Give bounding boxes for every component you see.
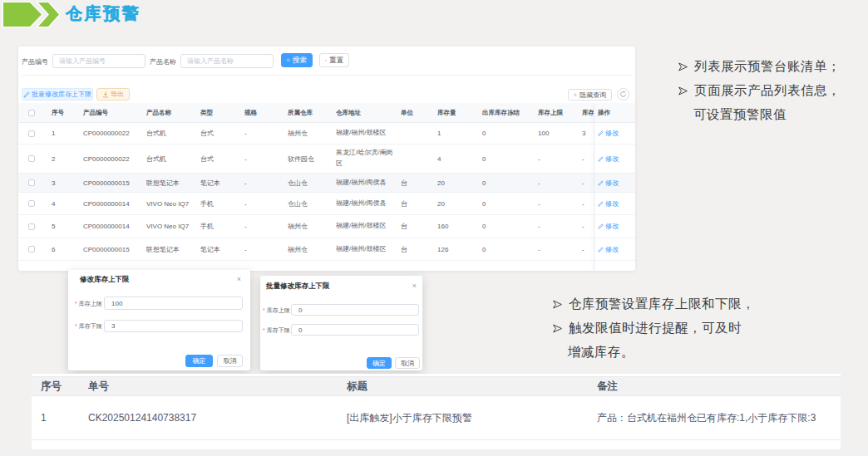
row-checkbox[interactable] — [28, 155, 35, 162]
note-text: 页面展示产品列表信息， — [694, 82, 841, 100]
cell-stock: 20 — [432, 179, 477, 187]
cell-stock: 1 — [432, 130, 477, 137]
edit-row-link[interactable]: 修改 — [598, 222, 619, 231]
note-text: 触发限值时进行提醒，可及时 — [569, 320, 742, 337]
batch-edit-limits-button[interactable]: 批量修改库存上下限 — [22, 88, 93, 101]
table-row: 1 CP0000000022 台式机 台式 - 福州仓 福建/福州/鼓楼区 1 … — [18, 123, 635, 145]
note-line: 可设置预警限值 — [678, 103, 841, 127]
cell-address: 福建/福州/鼓楼区 — [331, 128, 396, 139]
cell-address: 福建/福州/鼓楼区 — [331, 221, 396, 232]
confirm-button[interactable]: 确定 — [185, 355, 213, 367]
row-checkbox[interactable] — [28, 200, 35, 207]
cell-upper: - — [534, 200, 577, 208]
cell-frozen: 0 — [477, 246, 534, 253]
cell-upper: - — [534, 246, 577, 253]
product-code-input[interactable] — [52, 54, 145, 68]
row-checkbox[interactable] — [28, 130, 35, 137]
row-select-cell — [18, 179, 43, 187]
row-select-cell — [18, 130, 43, 137]
alert-table-row: 1 CK20250124140738317 [出库触发]小于库存下限预警 产品：… — [32, 396, 841, 440]
note-text: 仓库预警设置库存上限和下限， — [569, 296, 755, 313]
upper-limit-input[interactable] — [291, 304, 419, 316]
cell-spec: - — [241, 223, 284, 230]
required-mark: * — [263, 327, 265, 333]
edit-row-link[interactable]: 修改 — [598, 129, 619, 138]
cancel-button[interactable]: 取消 — [217, 355, 243, 367]
export-button[interactable]: 导出 — [96, 88, 130, 101]
search-icon — [287, 56, 290, 64]
note-line: 触发限值时进行提醒，可及时 — [552, 316, 755, 341]
cell-name: 台式机 — [141, 154, 198, 164]
close-icon[interactable]: × — [412, 282, 417, 290]
cell-seq: 4 — [43, 200, 78, 208]
row-checkbox[interactable] — [28, 179, 35, 186]
cell-lower: - — [577, 200, 594, 208]
cell-name: VIVO Neo IQ7 — [141, 200, 198, 208]
row-checkbox[interactable] — [28, 223, 35, 230]
field-label-text: 库存上限 — [267, 307, 290, 313]
cell-frozen: 0 — [477, 200, 534, 208]
edit-icon — [23, 91, 30, 98]
upper-limit-input[interactable] — [104, 297, 243, 310]
alert-ledger-panel: 序号 单号 标题 备注 1 CK20250124140738317 [出库触发]… — [32, 374, 841, 449]
edit-row-link[interactable]: 修改 — [598, 245, 619, 254]
edit-icon — [598, 201, 604, 207]
cell-name: 联想笔记本 — [141, 245, 198, 254]
select-all-checkbox[interactable] — [28, 110, 35, 116]
cell-upper: 100 — [534, 130, 577, 137]
note-line: 仓库预警设置库存上限和下限， — [552, 292, 755, 316]
cell-stock: 126 — [432, 246, 477, 253]
dialog-title: 批量修改库存上下限 — [266, 282, 330, 292]
cell-seq: 6 — [43, 246, 78, 253]
edit-row-link[interactable]: 修改 — [598, 199, 619, 208]
cancel-button[interactable]: 取消 — [395, 357, 420, 369]
reset-button[interactable]: 重置 — [319, 53, 349, 67]
row-checkbox[interactable] — [28, 246, 35, 253]
cell-warehouse: 软件园仓 — [284, 154, 331, 164]
arrow-bullet-icon — [552, 323, 563, 334]
edit-row-link[interactable]: 修改 — [598, 154, 619, 164]
cell-address: 黑龙江/哈尔滨/南岗区 — [331, 148, 396, 169]
product-code-label: 产品编号 — [22, 57, 48, 66]
col-name: 产品名称 — [141, 109, 198, 117]
search-button[interactable]: 搜索 — [281, 53, 313, 67]
product-list-panel: 产品编号 产品名称 搜索 重置 批量修改库存上下限 导出 隐藏查询 — [18, 47, 635, 271]
cell-frozen: 0 — [477, 179, 534, 187]
close-icon[interactable]: × — [237, 276, 241, 283]
lower-limit-label: *库存下限 — [263, 326, 290, 335]
note-text: 增减库存。 — [568, 344, 634, 361]
lower-limit-input[interactable] — [104, 320, 243, 332]
cell-warehouse: 仓山仓 — [284, 179, 331, 188]
cell-name: 台式机 — [141, 129, 198, 138]
cell-type: 手机 — [198, 222, 241, 231]
confirm-button[interactable]: 确定 — [367, 357, 392, 369]
row-select-cell — [18, 155, 43, 163]
cell-code: CP0000000022 — [78, 130, 141, 137]
note-line: 增减库存。 — [552, 341, 755, 365]
lower-limit-input[interactable] — [291, 324, 419, 336]
col-stock: 库存量 — [432, 109, 477, 117]
edit-icon — [598, 130, 604, 136]
cell-address: 福建/福州/闽侯县 — [331, 199, 396, 209]
required-mark: * — [75, 301, 77, 306]
edit-icon — [598, 223, 604, 229]
product-table-body: 1 CP0000000022 台式机 台式 - 福州仓 福建/福州/鼓楼区 1 … — [18, 123, 635, 261]
col-unit: 单位 — [396, 109, 432, 117]
cell-upper: - — [534, 155, 577, 163]
lower-limit-label: *库存下限 — [75, 322, 102, 331]
product-name-input[interactable] — [180, 54, 274, 68]
col-action: 操作 — [594, 109, 635, 117]
refresh-list-button[interactable] — [617, 88, 629, 101]
col-seq: 序号 — [32, 380, 79, 394]
search-button-label: 搜索 — [293, 56, 307, 66]
cell-action: 修改 — [594, 154, 635, 164]
col-type: 类型 — [198, 109, 241, 117]
cell-seq: 5 — [43, 223, 78, 230]
page-title: 仓库预警 — [66, 2, 141, 25]
row-select-cell — [18, 246, 43, 253]
cell-frozen: 0 — [477, 130, 534, 137]
edit-row-link[interactable]: 修改 — [598, 179, 619, 188]
cell-seq: 3 — [43, 179, 78, 187]
hide-query-button[interactable]: 隐藏查询 — [568, 89, 612, 101]
cell-type: 笔记本 — [198, 245, 241, 254]
